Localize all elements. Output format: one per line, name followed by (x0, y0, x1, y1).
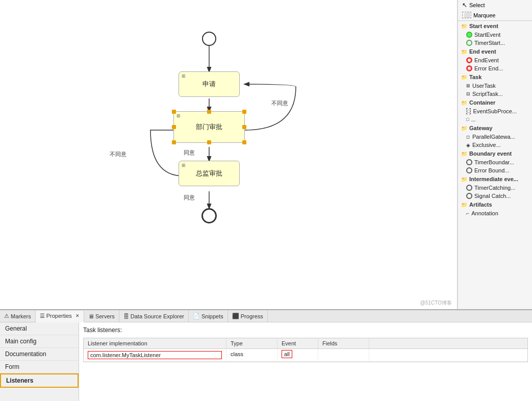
content-title: Task listeners: (83, 327, 528, 334)
tool-select[interactable]: ↖ Select (458, 0, 532, 10)
item-timer-boundary[interactable]: TimerBoundar... (458, 158, 532, 166)
event-subprocess-icon: □ (466, 108, 471, 114)
task-bumen[interactable]: ⊞ 部门审批 (173, 111, 245, 143)
main-area: ⊞ 申请 ⊞ 部门审批 ⊞ 总监审批 不同意 不同意 同意 同意 (0, 0, 532, 309)
error-end-icon (466, 65, 472, 71)
listeners-table: Listener implementation Type Event Field… (83, 338, 528, 362)
label-tonyi1: 同意 (184, 149, 195, 157)
bottom-content: General Main config Documentation Form L… (0, 322, 532, 401)
cell-implementation[interactable]: com.listener.MyTaskListener (84, 349, 226, 361)
handle-tr[interactable] (242, 110, 246, 114)
label-butonyi1: 不同意 (271, 99, 288, 107)
tab-markers[interactable]: ⚠ Markers (0, 310, 36, 322)
section-intermediate-label: Intermediate eve... (469, 176, 518, 182)
item-parallel-gateway[interactable]: ◇ ParallelGatewa... (458, 133, 532, 141)
tab-progress-label: Progress (241, 313, 263, 319)
item-event-subprocess[interactable]: □ EventSubProce... (458, 107, 532, 115)
cell-fields (318, 349, 369, 361)
start-event-node[interactable] (202, 32, 216, 46)
cursor-icon: ↖ (462, 2, 467, 9)
right-panel: ↖ Select ⬜ Marquee 📁 Start event StartEv… (458, 0, 532, 309)
section-task[interactable]: 📁 Task (458, 72, 532, 82)
item-annotation-label: Annotation (471, 210, 498, 216)
folder-icon-end: 📁 (461, 49, 467, 55)
item-user-task[interactable]: ⊞ UserTask (458, 82, 532, 90)
handle-bm[interactable] (207, 140, 211, 144)
event-value[interactable]: all (282, 350, 292, 358)
end-event-node[interactable] (201, 208, 217, 223)
select-label: Select (469, 2, 485, 8)
marquee-icon: ⬜ (462, 12, 471, 18)
cell-event[interactable]: all (277, 349, 318, 361)
nav-form[interactable]: Form (0, 361, 79, 373)
item-timer-catching[interactable]: TimerCatching... (458, 184, 532, 192)
item-error-end[interactable]: Error End... (458, 64, 532, 72)
table-header: Listener implementation Type Event Field… (84, 338, 527, 349)
item-signal-catch[interactable]: Signal Catch... (458, 192, 532, 200)
section-end-event[interactable]: 📁 End event (458, 47, 532, 56)
user-task-icon: ⊞ (466, 83, 470, 88)
task-shenqing[interactable]: ⊞ 申请 (179, 71, 240, 97)
tab-properties[interactable]: ☰ Properties ✕ (36, 311, 84, 322)
error-boundary-icon (466, 167, 472, 173)
item-timer-start[interactable]: TimerStart... (458, 39, 532, 47)
servers-icon: 🖥 (88, 313, 94, 319)
tab-snippets[interactable]: 📄 Snippets (189, 310, 228, 322)
handle-ml[interactable] (172, 125, 176, 129)
item-error-boundary[interactable]: Error Bound... (458, 166, 532, 174)
label-butonyi2: 不同意 (110, 151, 126, 158)
section-boundary[interactable]: 📁 Boundary event (458, 149, 532, 158)
section-artifacts[interactable]: 📁 Artifacts (458, 200, 532, 209)
section-gateway-label: Gateway (469, 125, 492, 131)
task-zongjian[interactable]: ⊞ 总监审批 (179, 161, 240, 186)
nav-listeners[interactable]: Listeners (0, 373, 79, 388)
item-script-task-label: ScriptTask... (472, 91, 503, 97)
nav-documentation[interactable]: Documentation (0, 348, 79, 361)
item-start-event-label: StartEvent (474, 32, 500, 38)
nav-general[interactable]: General (0, 322, 79, 335)
item-annotation[interactable]: ⌐ Annotation (458, 209, 532, 217)
marquee-label: Marquee (473, 12, 495, 18)
section-container[interactable]: 📁 Container (458, 98, 532, 107)
implementation-value[interactable]: com.listener.MyTaskListener (88, 351, 222, 359)
bpmn-canvas[interactable]: ⊞ 申请 ⊞ 部门审批 ⊞ 总监审批 不同意 不同意 同意 同意 (0, 0, 458, 309)
properties-icon: ☰ (40, 313, 45, 319)
tab-datasource[interactable]: 🗄 Data Source Explorer (119, 310, 189, 322)
tab-markers-label: Markers (11, 313, 31, 319)
item-script-task[interactable]: ⊟ ScriptTask... (458, 90, 532, 98)
section-gateway[interactable]: 📁 Gateway (458, 123, 532, 133)
folder-icon-boundary: 📁 (461, 151, 467, 157)
table-row[interactable]: com.listener.MyTaskListener class all (84, 349, 527, 362)
left-nav: General Main config Documentation Form L… (0, 322, 79, 401)
tab-servers[interactable]: 🖥 Servers (84, 310, 119, 322)
nav-main-config-label: Main config (5, 338, 36, 345)
handle-br[interactable] (242, 140, 246, 144)
handle-tm[interactable] (207, 110, 211, 114)
folder-icon-container: 📁 (461, 100, 467, 106)
item-end-event[interactable]: EndEvent (458, 56, 532, 64)
cell-type: class (226, 349, 277, 361)
handle-bl[interactable] (172, 140, 176, 144)
tool-marquee[interactable]: ⬜ Marquee (458, 10, 532, 20)
tab-close-icon[interactable]: ✕ (75, 313, 80, 318)
folder-icon-task: 📁 (461, 74, 467, 80)
nav-main-config[interactable]: Main config (0, 335, 79, 348)
tab-snippets-label: Snippets (201, 313, 223, 319)
folder-icon-artifacts: 📁 (461, 202, 467, 208)
item-parallel-gateway-label: ParallelGatewa... (472, 134, 515, 140)
watermark: @51CTO博客 (420, 299, 452, 307)
task-zongjian-label: 总监审批 (196, 169, 222, 178)
tab-servers-label: Servers (95, 313, 115, 319)
item-subprocess2[interactable]: □ ... (458, 115, 532, 123)
start-event-icon (466, 32, 472, 38)
section-start-event[interactable]: 📁 Start event (458, 21, 532, 31)
handle-mr[interactable] (242, 125, 246, 129)
item-exclusive-gateway[interactable]: ◈ Exclusive... (458, 141, 532, 149)
handle-tl[interactable] (172, 110, 176, 114)
snippets-icon: 📄 (193, 313, 200, 319)
section-container-label: Container (469, 99, 495, 106)
tab-progress[interactable]: ⬛ Progress (228, 310, 268, 322)
section-intermediate[interactable]: 📁 Intermediate eve... (458, 174, 532, 184)
item-start-event[interactable]: StartEvent (458, 31, 532, 39)
folder-icon-start: 📁 (461, 23, 467, 29)
